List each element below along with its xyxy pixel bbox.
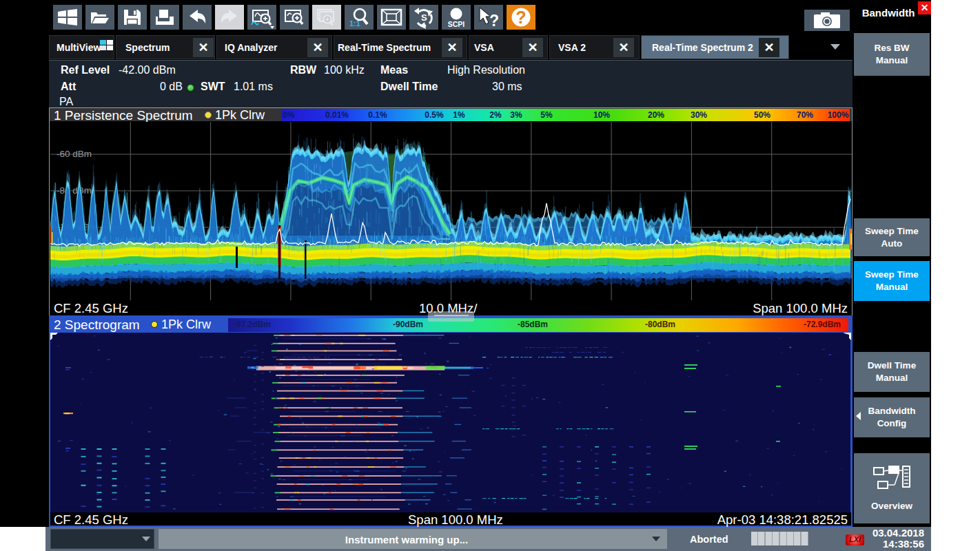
svg-text:?: ? [489,12,499,30]
svg-text:-60 dBm: -60 dBm [57,149,92,159]
svg-text:-80 dBm: -80 dBm [57,185,92,196]
svg-text:S: S [421,12,427,23]
svg-text:SCPI: SCPI [448,20,465,28]
svg-text:1:1: 1:1 [349,19,360,28]
svg-text:?: ? [515,8,526,27]
